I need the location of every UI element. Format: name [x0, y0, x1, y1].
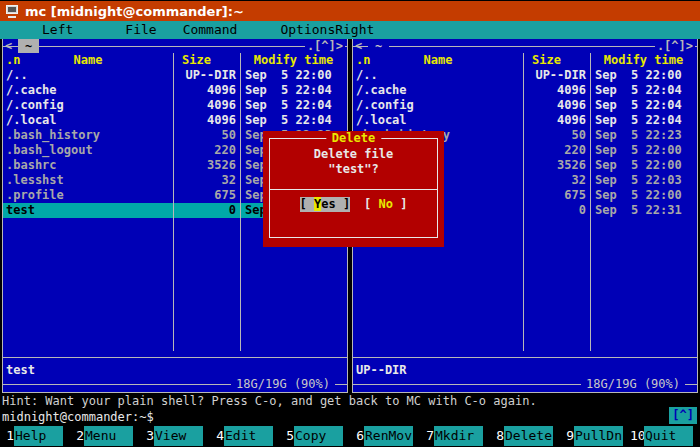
menu-item[interactable]: Left: [42, 21, 73, 39]
file-mtime: Sep 5 22:00: [240, 68, 347, 83]
function-key-label: Mkdir: [434, 426, 483, 446]
function-key[interactable]: 10 Quit: [630, 426, 700, 446]
function-key[interactable]: 8 Delete: [490, 426, 560, 446]
function-key-number: 8: [490, 426, 504, 446]
delete-dialog-message-line2: "test"?: [270, 162, 437, 177]
file-size: 4096: [523, 83, 590, 98]
column-divider: [590, 53, 591, 351]
terminal-icon: [5, 5, 19, 18]
function-key-label: PullDn: [574, 426, 623, 446]
file-name: /.local: [353, 113, 523, 128]
file-name: .bash_logout: [3, 143, 173, 158]
function-key[interactable]: 7 Mkdir: [420, 426, 490, 446]
function-key-label: RenMov: [364, 426, 413, 446]
left-panel-disk-usage: 18G/19G (90%): [231, 378, 335, 391]
left-panel-back-arrow[interactable]: <: [5, 39, 12, 53]
function-key[interactable]: 1 Help: [0, 426, 70, 446]
function-key-label: Menu: [84, 426, 133, 446]
file-row[interactable]: /.cache 4096 Sep 5 22:04: [3, 83, 347, 98]
function-key[interactable]: 6 RenMov: [350, 426, 420, 446]
file-size: 4096: [173, 98, 240, 113]
file-size: 32: [523, 173, 590, 188]
right-panel-top-border: < ~ .[^]>: [353, 39, 697, 53]
no-button[interactable]: [ No ]: [364, 197, 407, 212]
no-button-bracket-left: [: [364, 197, 378, 211]
left-panel-column-headers: .n Name Size Modify time: [3, 53, 347, 68]
menu-item[interactable]: Command: [183, 21, 238, 39]
left-panel-separator: [3, 351, 347, 363]
function-key-number: 3: [140, 426, 154, 446]
file-row[interactable]: /.local 4096 Sep 5 22:04: [3, 113, 347, 128]
column-header-mtime[interactable]: Modify time: [240, 53, 347, 68]
sort-indicator[interactable]: .n: [353, 53, 373, 68]
function-key[interactable]: 4 Edit: [210, 426, 280, 446]
yes-button[interactable]: [ Yes ]: [300, 197, 351, 212]
left-panel-corner-controls[interactable]: .[^]>: [305, 39, 345, 53]
delete-dialog-divider: [270, 189, 437, 190]
shell-prompt[interactable]: midnight@commander:~$: [0, 409, 700, 426]
file-size: 50: [173, 128, 240, 143]
function-key-label: Edit: [224, 426, 273, 446]
column-header-name[interactable]: Name: [23, 53, 153, 68]
yes-button-bracket: [: [300, 197, 314, 211]
no-button-bracket-right: ]: [393, 197, 407, 211]
function-key-number: 5: [280, 426, 294, 446]
function-key[interactable]: 3 View: [140, 426, 210, 446]
hint-line: Hint: Want your plain shell? Press C-o, …: [0, 393, 700, 409]
file-row[interactable]: /.. UP--DIR Sep 5 22:00: [3, 68, 347, 83]
sort-indicator[interactable]: .n: [3, 53, 23, 68]
file-row[interactable]: /.local 4096 Sep 5 22:04: [353, 113, 697, 128]
file-name: /.config: [353, 98, 523, 113]
file-name: .profile: [3, 188, 173, 203]
file-mtime: Sep 5 22:04: [590, 98, 697, 113]
file-mtime: Sep 5 22:31: [590, 203, 697, 218]
file-mtime: Sep 5 22:04: [240, 83, 347, 98]
function-key[interactable]: 9 PullDn: [560, 426, 630, 446]
right-panel-path-tab[interactable]: ~: [368, 39, 389, 53]
left-panel-path-tab[interactable]: ~: [18, 39, 39, 53]
file-row[interactable]: /.. UP--DIR Sep 5 22:00: [353, 68, 697, 83]
function-key-label: Help: [14, 426, 63, 446]
function-key-label: Copy: [294, 426, 343, 446]
column-header-size[interactable]: Size: [153, 53, 240, 68]
file-name: .lesshst: [3, 173, 173, 188]
scrollback-indicator[interactable]: [^]: [669, 407, 697, 424]
file-name: .bashrc: [3, 158, 173, 173]
file-mtime: Sep 5 22:04: [240, 98, 347, 113]
function-key[interactable]: 2 Menu: [70, 426, 140, 446]
delete-dialog: Delete Delete file "test"? [ Yes ] [ No …: [263, 131, 444, 247]
right-panel-separator: [353, 351, 697, 363]
menu-item[interactable]: File: [125, 21, 156, 39]
function-key-number: 1: [0, 426, 14, 446]
right-panel-disk-usage: 18G/19G (90%): [581, 378, 685, 391]
file-size: 0: [523, 203, 590, 218]
file-name: /..: [3, 68, 173, 83]
file-name: .bash_history: [3, 128, 173, 143]
file-mtime: Sep 5 22:23: [590, 128, 697, 143]
delete-dialog-title: Delete: [326, 131, 381, 146]
left-panel-mini-status: test: [3, 363, 347, 378]
menu-item[interactable]: Right: [335, 21, 374, 39]
menu-item[interactable]: Options: [280, 21, 335, 39]
delete-dialog-buttons: [ Yes ] [ No ]: [270, 197, 437, 212]
column-header-mtime[interactable]: Modify time: [590, 53, 697, 68]
file-mtime: Sep 5 22:00: [590, 158, 697, 173]
right-panel-back-arrow[interactable]: <: [355, 39, 362, 53]
file-mtime: Sep 5 22:04: [240, 113, 347, 128]
function-key[interactable]: 5 Copy: [280, 426, 350, 446]
file-mtime: Sep 5 22:04: [590, 113, 697, 128]
file-row[interactable]: /.cache 4096 Sep 5 22:04: [353, 83, 697, 98]
file-row[interactable]: /.config 4096 Sep 5 22:04: [353, 98, 697, 113]
function-key-number: 4: [210, 426, 224, 446]
file-size: 220: [173, 143, 240, 158]
column-header-size[interactable]: Size: [503, 53, 590, 68]
file-name: /.config: [3, 98, 173, 113]
panels-area: < ~ .[^]> .n Name Size Modify time /.. U…: [0, 39, 700, 393]
column-header-name[interactable]: Name: [373, 53, 503, 68]
file-size: UP--DIR: [173, 68, 240, 83]
window-titlebar: mc [midnight@commander]:~: [0, 0, 700, 21]
yes-button-rest: es ]: [321, 197, 350, 211]
file-row[interactable]: /.config 4096 Sep 5 22:04: [3, 98, 347, 113]
file-size: 4096: [523, 113, 590, 128]
right-panel-corner-controls[interactable]: .[^]>: [655, 39, 695, 53]
